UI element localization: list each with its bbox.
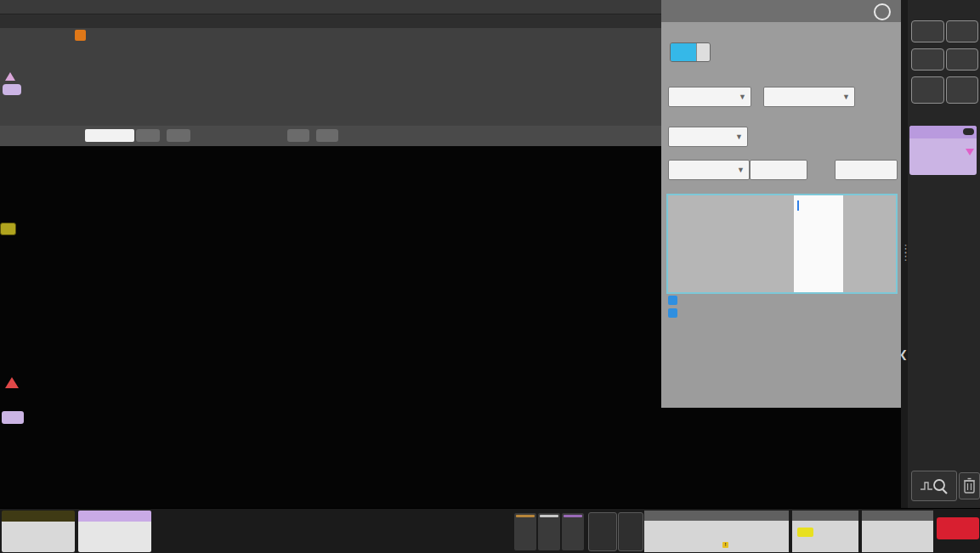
help-icon[interactable]	[874, 3, 891, 20]
chevron-down-icon: ▼	[842, 87, 850, 106]
bus1-handle-badge[interactable]	[2, 411, 24, 424]
horizontal-panel-body: !	[644, 521, 789, 552]
binary-value[interactable]	[668, 198, 794, 200]
zoom-overview-button[interactable]	[911, 471, 957, 501]
warning-icon: !	[722, 542, 728, 548]
hzoom-increase-button[interactable]	[136, 129, 160, 142]
search1-card-badge[interactable]	[963, 128, 974, 135]
toggle-knob	[696, 43, 710, 61]
channel1-badge[interactable]	[2, 511, 75, 552]
search-mark-icon	[966, 149, 974, 155]
delete-button[interactable]	[959, 472, 980, 499]
search-type-dropdown[interactable]: ▼	[668, 87, 751, 107]
ascii-column[interactable]	[843, 195, 896, 292]
bus1-name	[78, 511, 151, 522]
hex-value[interactable]	[794, 198, 843, 211]
trigger-panel-title	[792, 511, 858, 521]
binary-column[interactable]	[668, 195, 794, 292]
horizontal-zoom-scale-value[interactable]	[85, 129, 134, 142]
display-toggle[interactable]	[670, 42, 711, 62]
menu-bar	[0, 0, 677, 14]
acquisition-panel-body	[862, 521, 933, 552]
bus1-settings	[78, 522, 151, 552]
channel1-name	[2, 511, 75, 522]
bus-decode-row	[0, 409, 908, 428]
ascii-value[interactable]	[843, 198, 896, 200]
add-cursors-button[interactable]	[911, 20, 944, 42]
client-data-editor	[666, 194, 898, 294]
bus-color-stripe	[564, 515, 582, 517]
toggle-on-state	[671, 43, 696, 61]
trigger-position-marker[interactable]	[75, 30, 86, 41]
oscilloscope-app: ▼ ▼ ▼ ▼	[0, 0, 980, 553]
add-new-bus-button[interactable]	[561, 512, 585, 551]
magnifier-waveform-icon	[919, 476, 949, 496]
horizontal-panel-title	[644, 511, 789, 521]
chevron-down-icon: ▼	[737, 161, 745, 179]
waveform-view-tab[interactable]	[0, 14, 668, 29]
mark-when-dropdown[interactable]: ▼	[668, 160, 750, 180]
trigger-panel[interactable]	[792, 511, 858, 552]
search1-events-line	[909, 140, 977, 141]
data-bytes-input[interactable]	[750, 160, 807, 180]
afg-button[interactable]	[618, 512, 643, 551]
results-sidebar	[908, 0, 980, 508]
record-length-warning: !	[722, 541, 730, 549]
vzoom-increase-button[interactable]	[287, 129, 309, 142]
search-panel-header[interactable]	[661, 0, 901, 22]
add-search-button[interactable]	[946, 48, 978, 71]
trigger-panel-body	[792, 521, 858, 552]
add-new-ref-button[interactable]	[537, 512, 561, 551]
search1-result-card[interactable]	[909, 126, 977, 175]
hzoom-decrease-button[interactable]	[167, 129, 190, 142]
chevron-down-icon: ▼	[735, 127, 743, 146]
knob-a-icon	[668, 296, 677, 305]
add-new-title	[908, 0, 980, 5]
horizontal-panel[interactable]: !	[644, 511, 789, 552]
mark-on-dropdown[interactable]: ▼	[668, 127, 748, 147]
add-measure-button[interactable]	[911, 48, 944, 71]
warning-triangle-icon	[5, 377, 19, 388]
source-dropdown[interactable]: ▼	[763, 87, 855, 107]
hex-column[interactable]	[794, 195, 843, 292]
channel1-handle-badge[interactable]	[0, 223, 16, 235]
add-new-math-button[interactable]	[513, 512, 537, 551]
dvm-button[interactable]	[588, 512, 617, 551]
bus-position-arrow-icon	[5, 72, 15, 81]
acquisition-panel[interactable]	[862, 511, 933, 552]
math-color-stripe	[516, 515, 535, 517]
add-plot-button[interactable]	[946, 76, 978, 104]
chevron-left-icon[interactable]: ❮	[899, 348, 908, 360]
add-results-table-button[interactable]	[911, 76, 944, 104]
knob-a-hint	[668, 296, 683, 305]
acquisition-panel-title	[862, 511, 933, 521]
overview-bus-badge[interactable]	[3, 84, 21, 95]
ref-color-stripe	[540, 515, 558, 517]
search-config-panel: ▼ ▼ ▼ ▼	[661, 0, 901, 408]
bus1-badge[interactable]	[78, 511, 151, 552]
knob-b-hint	[668, 308, 683, 318]
add-note-button[interactable]	[946, 20, 978, 42]
chevron-down-icon: ▼	[739, 87, 746, 106]
channel1-settings	[2, 522, 75, 552]
trigger-source-badge	[797, 528, 813, 537]
byte-offset-control[interactable]	[835, 160, 898, 180]
knob-b-icon	[668, 308, 677, 318]
status-bar: !	[0, 508, 980, 553]
vzoom-decrease-button[interactable]	[316, 129, 338, 142]
preview-button[interactable]	[937, 517, 979, 539]
trash-icon	[963, 477, 976, 494]
